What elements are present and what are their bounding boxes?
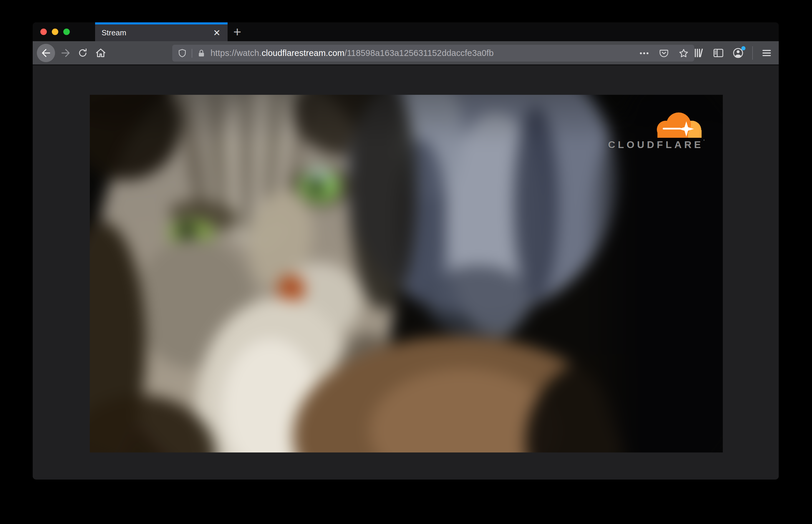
tab-title: Stream	[101, 28, 212, 37]
video-player[interactable]: CLOUDFLARE'	[90, 95, 723, 453]
new-tab-button[interactable]: +	[229, 22, 246, 41]
account-button[interactable]	[732, 47, 744, 59]
sidebar-button[interactable]	[713, 47, 724, 59]
cloudflare-logo-text: CLOUDFLARE'	[608, 139, 704, 150]
ellipsis-icon	[639, 48, 649, 59]
star-icon	[678, 48, 689, 59]
hamburger-icon	[761, 47, 772, 59]
page-actions-button[interactable]	[639, 48, 649, 59]
urlbar-divider	[192, 49, 192, 58]
reload-icon	[78, 48, 88, 58]
tab-stream[interactable]: Stream ✕	[95, 22, 228, 41]
url-path: /118598a163a125631152ddaccfe3a0fb	[344, 48, 494, 58]
sidebar-icon	[713, 47, 724, 59]
tab-close-icon[interactable]: ✕	[212, 28, 222, 38]
pocket-button[interactable]	[659, 48, 669, 58]
home-button[interactable]	[92, 47, 110, 59]
pocket-icon	[659, 48, 669, 58]
url-domain: cloudflarestream.com	[262, 48, 344, 58]
url-text: https://watch.cloudflarestream.com/11859…	[211, 48, 494, 58]
browser-window: Stream ✕ +	[33, 22, 779, 479]
toolbar-right	[693, 41, 772, 64]
menu-button[interactable]	[761, 47, 772, 59]
home-icon	[95, 47, 107, 59]
toolbar: https://watch.cloudflarestream.com/11859…	[33, 41, 779, 65]
urlbar-actions	[639, 48, 689, 59]
page-content: CLOUDFLARE'	[33, 65, 779, 479]
titlebar[interactable]: Stream ✕ +	[33, 22, 779, 41]
library-icon	[693, 47, 704, 59]
address-bar[interactable]: https://watch.cloudflarestream.com/11859…	[172, 45, 694, 62]
bookmark-star-button[interactable]	[678, 48, 689, 59]
account-notification-dot	[741, 46, 745, 50]
library-button[interactable]	[693, 47, 704, 59]
cloudflare-logo: CLOUDFLARE'	[608, 110, 704, 150]
reload-button[interactable]	[74, 48, 92, 58]
toolbar-divider	[752, 46, 753, 60]
nav-buttons	[37, 41, 110, 64]
connection-lock-icon[interactable]	[197, 49, 206, 58]
url-scheme: https://watch.	[211, 48, 262, 58]
back-button[interactable]	[37, 44, 55, 62]
forward-icon	[60, 47, 71, 59]
cloudflare-cloud-icon	[650, 110, 703, 138]
forward-button[interactable]	[58, 47, 74, 59]
window-close-button[interactable]	[40, 29, 47, 35]
window-zoom-button[interactable]	[63, 29, 70, 35]
traffic-lights	[40, 29, 70, 35]
back-icon	[40, 47, 51, 59]
window-minimize-button[interactable]	[52, 29, 58, 35]
tracking-protection-icon[interactable]	[178, 49, 187, 58]
